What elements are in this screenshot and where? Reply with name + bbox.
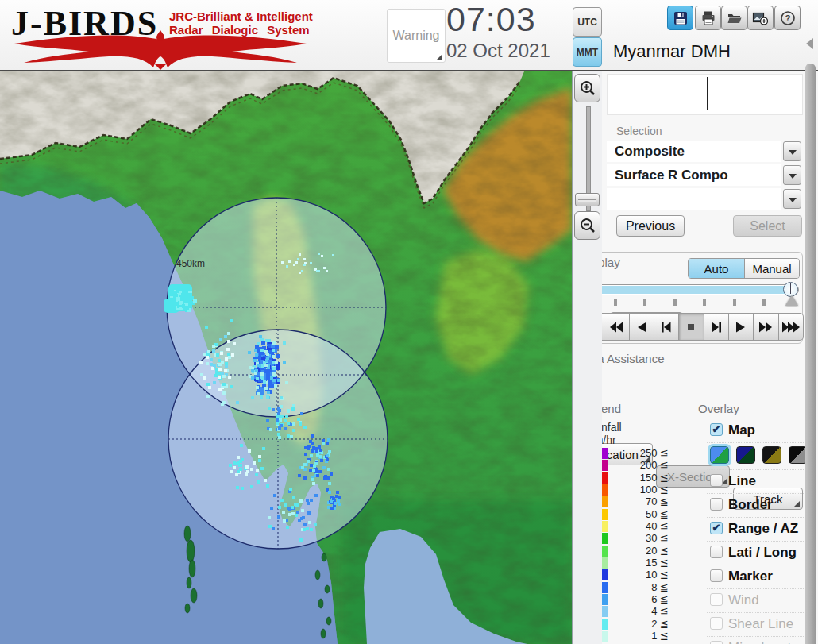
warning-button[interactable]: Warning xyxy=(387,9,446,63)
help-button[interactable]: ? xyxy=(774,6,801,30)
timeline-end-marker[interactable] xyxy=(785,295,798,306)
map-style-swatch-2[interactable] xyxy=(736,446,755,464)
manual-mode-button[interactable]: Manual xyxy=(745,259,799,278)
rain-echo-pixel xyxy=(237,456,240,459)
checkbox-shear-line xyxy=(710,617,723,630)
legend-threshold-value: 70 ≦ xyxy=(612,496,669,507)
rain-echo-pixel xyxy=(203,376,206,380)
product-dropdown-2-value[interactable]: Surface R Compo xyxy=(607,164,781,186)
overlay-item-label: Wind xyxy=(728,592,759,608)
overlay-item-label: Border xyxy=(728,497,773,513)
rain-echo-pixel xyxy=(336,491,339,494)
rain-echo-pixel xyxy=(263,380,266,384)
overlay-row-lati-long: Lati / Long xyxy=(707,542,804,565)
timezone-utc-button[interactable]: UTC xyxy=(573,7,602,37)
legend-threshold-value: 250 ≦ xyxy=(612,448,669,459)
play-button[interactable] xyxy=(729,313,754,341)
auto-mode-button[interactable]: Auto xyxy=(689,259,745,278)
rain-echo-pixel xyxy=(241,487,244,490)
radar-map[interactable]: 450km xyxy=(0,71,572,644)
overlay-row-wind: Wind xyxy=(707,589,804,613)
checkbox-lati-long[interactable] xyxy=(710,546,723,558)
checkbox-line[interactable] xyxy=(710,474,723,487)
rain-echo-pixel xyxy=(212,345,215,348)
rain-echo-pixel xyxy=(283,519,286,523)
rain-echo-pixel xyxy=(280,405,283,408)
previous-button[interactable]: Previous xyxy=(616,215,685,237)
step-backward-icon xyxy=(657,318,676,337)
open-folder-button[interactable] xyxy=(721,6,747,30)
overlay-checklist: ✔MapLineBorder✔Range / AZLati / LongMark… xyxy=(707,419,804,644)
rain-echo-pixel xyxy=(298,474,301,477)
add-image-button[interactable] xyxy=(747,6,774,30)
product-dropdown-1[interactable]: Composite xyxy=(607,141,801,162)
fast-forward-2x-button[interactable] xyxy=(754,313,778,341)
overlay-item-label: Shear Line xyxy=(728,616,793,632)
rain-echo-pixel xyxy=(299,253,301,256)
rain-echo-pixel xyxy=(292,496,295,499)
rain-echo-pixel xyxy=(326,458,329,461)
rain-echo-pixel xyxy=(294,503,297,506)
chevron-down-icon[interactable] xyxy=(783,141,801,161)
rain-echo-pixel xyxy=(326,442,329,445)
rain-echo-pixel xyxy=(218,388,222,391)
rain-echo-pixel xyxy=(255,473,258,476)
rain-echo-pixel xyxy=(318,470,322,473)
legend-threshold-value: 150 ≦ xyxy=(612,472,669,484)
rain-echo-pixel xyxy=(311,449,314,453)
chevron-down-icon[interactable] xyxy=(783,165,801,185)
panel-scrollbar[interactable] xyxy=(805,64,816,644)
zoom-in-button[interactable] xyxy=(574,74,600,102)
panel-collapse-icon[interactable] xyxy=(806,38,813,49)
play-icon xyxy=(731,318,750,337)
fast-rewind-2x-button[interactable] xyxy=(604,313,629,341)
checkbox-marker[interactable] xyxy=(710,569,723,582)
rain-echo-pixel xyxy=(264,364,268,367)
rain-echo-pixel xyxy=(206,356,209,359)
stop-button[interactable] xyxy=(679,313,704,341)
legend-threshold-value: 20 ≦ xyxy=(612,546,669,557)
rain-echo-pixel xyxy=(327,506,330,509)
rain-echo-pixel xyxy=(266,372,270,376)
chevron-down-icon[interactable] xyxy=(783,189,801,209)
rain-echo-pixel xyxy=(212,349,215,353)
rain-echo-pixel xyxy=(318,253,320,255)
rain-echo-pixel xyxy=(220,352,223,355)
rain-echo-pixel xyxy=(207,350,210,353)
rain-echo-pixel xyxy=(227,353,230,356)
rain-echo-pixel xyxy=(266,395,269,399)
product-dropdown-3[interactable] xyxy=(607,188,801,210)
rain-echo-pixel xyxy=(281,261,284,264)
zoom-slider-handle[interactable] xyxy=(575,193,600,206)
rain-echo-pixel xyxy=(316,270,318,272)
fast-forward-3x-button[interactable] xyxy=(779,313,804,341)
legend-threshold-value: 6 ≦ xyxy=(612,594,669,605)
select-button[interactable]: Select xyxy=(733,215,802,237)
checkbox-border[interactable] xyxy=(710,498,723,511)
map-style-swatch-1[interactable] xyxy=(710,446,729,464)
checkbox-map[interactable]: ✔ xyxy=(710,423,723,436)
rain-echo-pixel xyxy=(301,509,304,512)
product-dropdown-2[interactable]: Surface R Compo xyxy=(607,164,801,186)
rain-echo-pixel xyxy=(328,450,331,453)
step-forward-button[interactable] xyxy=(704,313,729,341)
legend-threshold-value: 1 ≦ xyxy=(612,631,669,642)
product-dropdown-3-value[interactable] xyxy=(607,188,781,210)
rain-echo-pixel xyxy=(228,376,231,379)
rain-echo-pixel xyxy=(222,375,226,378)
rain-echo-pixel xyxy=(272,361,275,364)
rain-echo-pixel xyxy=(314,494,318,497)
play-reverse-button[interactable] xyxy=(630,313,654,341)
map-style-swatch-3[interactable] xyxy=(762,446,781,464)
step-backward-button[interactable] xyxy=(654,313,679,341)
zoom-out-button[interactable] xyxy=(574,211,600,240)
timezone-mmt-button[interactable]: MMT xyxy=(573,37,602,67)
print-button[interactable] xyxy=(695,6,721,30)
replay-timeline-slider[interactable] xyxy=(585,284,799,295)
checkbox-wind xyxy=(710,593,723,606)
checkbox-range-az[interactable]: ✔ xyxy=(710,522,723,534)
station-list-box[interactable] xyxy=(607,74,803,115)
rain-echo-pixel xyxy=(183,306,187,310)
save-button[interactable] xyxy=(667,6,693,30)
product-dropdown-1-value[interactable]: Composite xyxy=(607,141,781,162)
